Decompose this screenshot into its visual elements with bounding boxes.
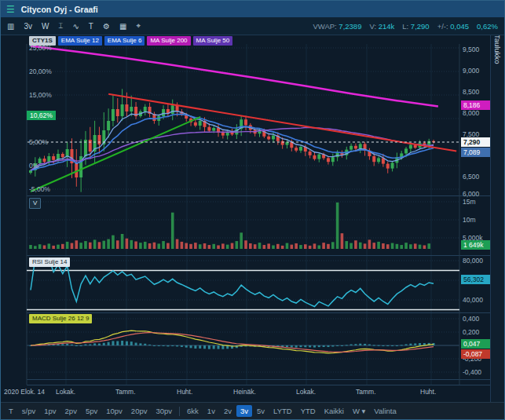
period-button-30pv[interactable]: 30pv — [152, 405, 176, 417]
period-button-3v[interactable]: 3v — [236, 405, 252, 417]
period-button-1v[interactable]: 1v — [203, 405, 219, 417]
period-button-valinta[interactable]: Valinta — [370, 405, 400, 417]
application-window: ☰ Citycon Oyj - Graafi ▥3vW⌶∿T⚙▦⌖ VWAP: … — [0, 0, 505, 420]
period-button-2pv[interactable]: 2pv — [61, 405, 81, 417]
time-axis-label: 2020 Elok. 14 — [4, 389, 45, 396]
period-button-lytd[interactable]: LYTD — [269, 405, 296, 417]
right-axis-label: 8,500 — [463, 89, 479, 96]
macd-axis-label: 0,200 — [463, 329, 479, 336]
settings-gear-icon[interactable]: ⚙ — [103, 22, 110, 31]
period-button-10pv[interactable]: 10pv — [102, 405, 126, 417]
time-axis-label: Huht. — [420, 389, 436, 396]
macd-pane-chip[interactable]: MACD Sulje 26 12 9 — [29, 314, 92, 323]
left-axis-label: 25,00% — [29, 45, 52, 52]
indicator-chips-row: CTY1SEMA Sulje 12EMA Sulje 6MA Sulje 200… — [29, 36, 232, 46]
indicator-chip-3[interactable]: MA Sulje 50 — [193, 36, 233, 46]
indicator-chip-0[interactable]: EMA Sulje 12 — [58, 36, 102, 46]
stat-change: +/-: 0,045 — [437, 22, 469, 31]
time-axis-label: Huht. — [177, 389, 192, 396]
taulukko-tab[interactable]: Taulukko — [493, 35, 502, 64]
toolbar-stats: VWAP: 7,2389V: 214kL: 7,290+/-: 0,0450,6… — [313, 22, 498, 31]
window-title: Citycon Oyj - Graafi — [21, 5, 98, 14]
period-button-1pv[interactable]: 1pv — [40, 405, 60, 417]
volume-axis-label: 15m — [463, 199, 476, 206]
time-axis-label: Tamm. — [115, 389, 136, 396]
time-axis-label: Lokak. — [296, 389, 316, 396]
macd-axis-label: 0,400 — [463, 316, 479, 323]
rsi-axis-label: 40,000 — [463, 297, 483, 304]
volume-value-badge: 1 649k — [461, 240, 490, 250]
ema-price-badge: 7,089 — [461, 148, 490, 157]
indicator-chip-2[interactable]: MA Sulje 200 — [147, 36, 190, 46]
stat-change-pct: 0,62% — [477, 22, 498, 31]
ma200-price-badge: 8,186 — [461, 100, 490, 110]
rsi-axis-label: 80,000 — [463, 257, 483, 265]
stat-vwap: VWAP: 7,2389 — [313, 22, 361, 31]
left-axis-label: 5,00% — [29, 139, 48, 146]
chart-toolbar: ▥3vW⌶∿T⚙▦⌖ VWAP: 7,2389V: 214kL: 7,290+/… — [1, 17, 504, 35]
toolbar-button-3v[interactable]: 3v — [24, 22, 32, 31]
last-price-badge: 7,290 — [461, 137, 490, 147]
period-button-5v[interactable]: 5v — [253, 405, 269, 417]
left-axis-label: -5,00% — [29, 186, 50, 193]
stat-last: L: 7,290 — [402, 22, 429, 31]
right-axis-label: 8,000 — [463, 110, 479, 117]
toolbar-left-group: ▥3vW⌶∿T⚙▦⌖ — [7, 21, 141, 31]
period-button-ytd[interactable]: YTD — [297, 405, 320, 417]
period-button-5pv[interactable]: 5pv — [82, 405, 101, 417]
period-button-6kk[interactable]: 6kk — [183, 405, 203, 417]
right-side-panel-strip: « Taulukko — [490, 17, 504, 402]
rsi-value-badge: 56,302 — [461, 275, 490, 284]
toolbar-button-w[interactable]: W — [42, 22, 49, 31]
period-button-2v[interactable]: 2v — [220, 405, 236, 417]
period-toolbar: Ts/pv1pv2pv5pv10pv20pv30pv6kk1v2v3v5vLYT… — [1, 402, 504, 419]
right-axis-label: 9,500 — [463, 46, 479, 53]
stat-volume: V: 214k — [369, 22, 394, 31]
compare-layout-icon[interactable]: ▥ — [7, 22, 14, 31]
period-button-kaikki[interactable]: Kaikki — [320, 405, 348, 417]
rsi-pane-chip[interactable]: RSI Sulje 14 — [29, 257, 70, 267]
right-axis-label: 6,000 — [463, 191, 479, 198]
volume-pane-chip[interactable]: V — [29, 198, 41, 209]
left-axis-label: 0% — [29, 163, 38, 170]
macd-signal-badge: -0,087 — [461, 349, 490, 359]
right-axis-label: 9,000 — [463, 68, 479, 75]
title-bar: ☰ Citycon Oyj - Graafi — [1, 1, 504, 17]
right-axis-label: 6,500 — [463, 173, 479, 181]
chart-plot[interactable] — [1, 35, 491, 401]
indicator-chip-1[interactable]: EMA Sulje 6 — [104, 36, 145, 46]
left-axis-label: 15,00% — [29, 92, 52, 99]
period-button-t[interactable]: T — [5, 405, 17, 417]
left-axis-label: 20,00% — [29, 68, 52, 75]
percent-marker-badge: 10,62% — [27, 111, 56, 120]
toolbar-divider — [179, 407, 180, 416]
period-button-20pv[interactable]: 20pv — [127, 405, 152, 417]
macd-value-badge: 0,047 — [461, 339, 490, 349]
macd-axis-label: -0,400 — [463, 369, 481, 376]
period-button-s/pv[interactable]: s/pv — [18, 405, 39, 417]
layout-grid-icon[interactable]: ▦ — [119, 22, 126, 31]
hamburger-menu-icon[interactable]: ☰ — [6, 4, 15, 15]
time-axis: 2020 Elok. 14Lokak.Tamm.Huht.Heinäk.Loka… — [1, 387, 491, 398]
period-button-w[interactable]: W ▾ — [349, 405, 369, 417]
time-axis-label: Tamm. — [356, 389, 376, 396]
time-axis-label: Heinäk. — [233, 389, 256, 396]
candlestick-chart-icon[interactable]: ⌶ — [58, 21, 63, 31]
time-axis-label: Lokak. — [56, 389, 75, 396]
text-annotation-icon[interactable]: T — [89, 22, 93, 31]
crosshair-icon[interactable]: ⌖ — [136, 21, 141, 31]
volume-axis-label: 10m — [463, 217, 476, 224]
symbol-chip[interactable]: CTY1S — [29, 36, 56, 46]
indicators-wave-icon[interactable]: ∿ — [72, 22, 79, 31]
